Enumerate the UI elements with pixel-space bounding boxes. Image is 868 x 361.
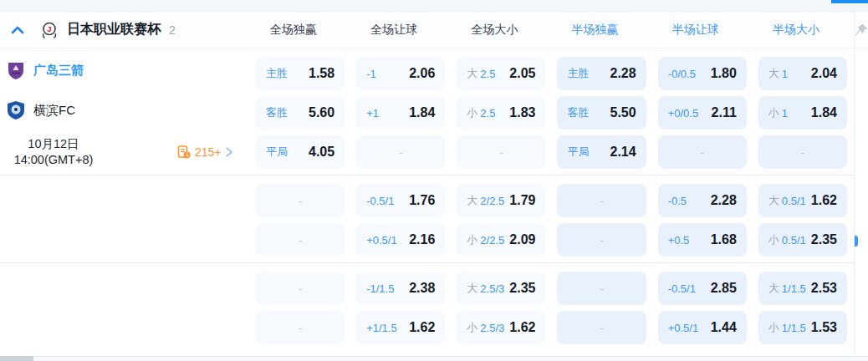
odds-label: +1 (366, 107, 379, 119)
league-name: 日本职业联赛杯 (67, 21, 161, 38)
odds-cell[interactable]: 客胜5.50 (557, 96, 646, 130)
top-right-blue-bar (831, 0, 868, 3)
group-divider (256, 175, 847, 175)
odds-cell[interactable]: 小2.51.83 (457, 96, 545, 130)
league-header-left: J 日本职业联赛杯 2 (0, 21, 253, 39)
odds-value: 1.68 (711, 232, 737, 247)
odds-cell[interactable]: 大12.04 (758, 57, 847, 90)
odds-cell[interactable]: 大2/2.51.79 (457, 184, 545, 217)
odds-cell[interactable]: +11.84 (356, 96, 445, 130)
odds-value: 1.62 (509, 320, 535, 335)
odds-cell[interactable]: +0.5/12.16 (356, 223, 445, 257)
odds-value: 1.84 (811, 105, 837, 120)
ou-direction-label: 小 (768, 232, 779, 247)
pin-box[interactable] (854, 12, 868, 48)
odds-cell[interactable]: 主胜2.28 (557, 57, 646, 90)
odds-cell[interactable]: 大1/1.52.53 (758, 272, 847, 305)
column-header: 半场大小 (758, 23, 847, 38)
next-section-edge (33, 356, 868, 361)
odds-cell[interactable]: -1/1.52.38 (356, 272, 445, 305)
collapse-button[interactable] (10, 23, 25, 38)
odds-cell[interactable]: 小0.5/12.35 (758, 223, 847, 257)
odds-label: -1/1.5 (366, 282, 394, 295)
odds-cell[interactable]: 小2/2.52.09 (457, 223, 545, 257)
home-team-row[interactable]: 广岛三箭 (7, 60, 84, 80)
markets-count: 215+ (195, 145, 222, 159)
odds-value: 2.09 (509, 232, 535, 247)
odds-label: +0.5 (668, 234, 690, 247)
odds-label: -0/0.5 (668, 68, 696, 80)
match-info-panel: 广岛三箭 横滨FC 10月12日 14:00(GMT+8) (0, 48, 253, 356)
odds-label: 客胜 (567, 105, 589, 120)
odds-cell[interactable]: 平局4.05 (256, 135, 345, 169)
odds-cell[interactable]: -0.5/12.85 (658, 272, 747, 305)
markets-list-icon (177, 145, 191, 159)
odds-cell[interactable]: 主胜1.58 (256, 57, 345, 90)
odds-value: 2.53 (811, 281, 837, 296)
odds-cell: - (356, 135, 445, 169)
away-team-logo-icon (7, 100, 25, 120)
odds-cell[interactable]: 小2.5/31.62 (457, 311, 545, 344)
odds-cell[interactable]: -0.52.28 (658, 184, 747, 217)
odds-row: 主胜1.58-12.06大2.52.05主胜2.28-0/0.51.80大12.… (256, 57, 847, 90)
odds-cell[interactable]: 小11.84 (758, 96, 847, 130)
odds-cell[interactable]: +0.51.68 (658, 223, 747, 257)
group-divider (256, 262, 847, 263)
league-header: J 日本职业联赛杯 2 全场独赢全场让球全场大小半场独赢半场让球半场大小 (0, 12, 868, 48)
odds-label: -1 (366, 68, 376, 80)
column-header: 全场独赢 (256, 23, 345, 38)
odds-cell[interactable]: +1/1.51.62 (356, 311, 445, 344)
match-content: 广岛三箭 横滨FC 10月12日 14:00(GMT+8) (0, 48, 868, 356)
odds-value: 1.44 (711, 320, 737, 335)
odds-cell: - (256, 311, 345, 344)
chevron-right-icon (226, 147, 233, 157)
odds-label: +0/0.5 (668, 107, 699, 119)
odds-cell: - (758, 135, 847, 169)
odds-label: 0.5/1 (782, 195, 806, 207)
odds-value: 5.60 (309, 105, 334, 120)
odds-cell[interactable]: 客胜5.60 (256, 96, 345, 130)
odds-value: 2.06 (409, 66, 435, 81)
bottom-corner (0, 356, 33, 361)
odds-cell: - (256, 223, 345, 257)
odds-label: 1/1.5 (782, 322, 806, 334)
bottom-strip (0, 356, 868, 361)
odds-cell[interactable]: 平局2.14 (557, 135, 646, 169)
chevron-up-icon (11, 26, 24, 34)
odds-cell[interactable]: -0/0.51.80 (658, 57, 747, 90)
column-header: 全场让球 (356, 23, 445, 38)
pin-icon (855, 23, 868, 37)
odds-cell[interactable]: +0/0.52.11 (658, 96, 747, 130)
odds-cell[interactable]: 大2.5/32.35 (457, 272, 545, 305)
odds-cell[interactable]: 大2.52.05 (457, 57, 545, 90)
odds-value: 1.62 (811, 193, 837, 208)
away-team-name: 横滨FC (33, 103, 75, 119)
more-markets-link[interactable]: 215+ (177, 145, 233, 159)
odds-label: 2/2.5 (480, 195, 504, 207)
ou-direction-label: 大 (467, 66, 477, 81)
column-headers: 全场独赢全场让球全场大小半场独赢半场让球半场大小 (253, 23, 854, 38)
odds-value: 2.28 (610, 66, 636, 81)
odds-value: 1.84 (409, 105, 435, 120)
odds-label: +1/1.5 (366, 322, 397, 334)
odds-cell: - (557, 272, 646, 305)
odds-value: 1.80 (711, 66, 737, 81)
odds-label: 2.5 (480, 68, 495, 80)
edge-partial-icon (855, 236, 858, 247)
odds-value: 2.85 (711, 281, 737, 296)
odds-label: -0.5/1 (366, 195, 394, 207)
odds-cell[interactable]: 小1/1.51.53 (758, 311, 847, 344)
odds-label: 平局 (266, 145, 288, 160)
ou-direction-label: 小 (467, 105, 477, 120)
odds-value: 1.79 (509, 193, 535, 208)
away-team-row[interactable]: 横滨FC (7, 100, 75, 120)
odds-cell[interactable]: -0.5/11.76 (356, 184, 445, 217)
odds-cell[interactable]: -12.06 (356, 57, 445, 90)
odds-panel: J 日本职业联赛杯 2 全场独赢全场让球全场大小半场独赢半场让球半场大小 (0, 0, 868, 361)
odds-label: 客胜 (266, 105, 288, 120)
odds-value: 2.04 (811, 66, 837, 81)
odds-cell[interactable]: 大0.5/11.62 (758, 184, 847, 217)
odds-label: 2.5 (480, 107, 495, 119)
odds-cell[interactable]: +0.5/11.44 (658, 311, 747, 344)
ou-direction-label: 大 (768, 66, 779, 81)
